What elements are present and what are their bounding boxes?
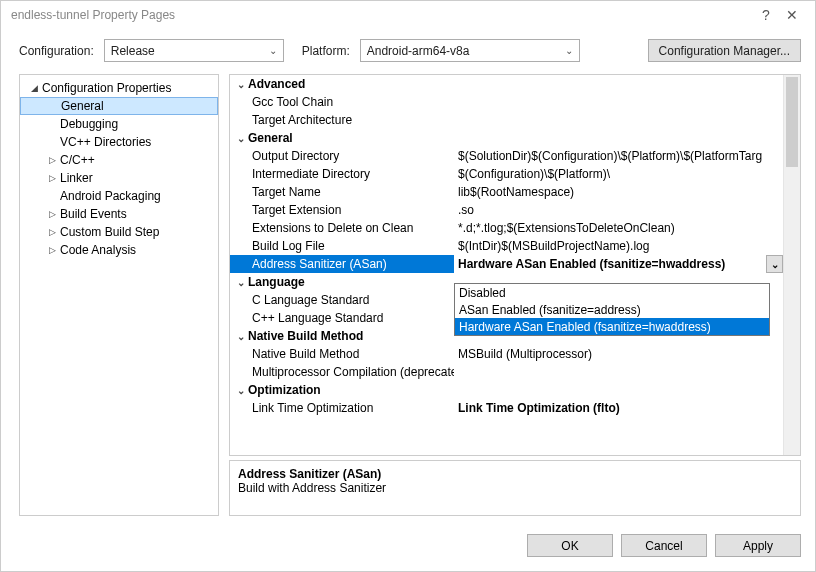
prop-label: Multiprocessor Compilation (deprecated) — [252, 365, 454, 379]
description-text: Build with Address Sanitizer — [238, 481, 792, 495]
asan-dropdown[interactable]: DisabledASan Enabled (fsanitize=address)… — [454, 283, 770, 336]
prop-label: Target Name — [252, 185, 321, 199]
expand-icon[interactable]: ▷ — [46, 155, 58, 165]
collapse-icon[interactable]: ⌄ — [234, 277, 248, 288]
dropdown-option[interactable]: Disabled — [455, 284, 769, 301]
expand-icon[interactable]: ▷ — [46, 227, 58, 237]
category-optimization[interactable]: ⌄Optimization — [230, 381, 800, 399]
collapse-icon[interactable]: ◢ — [28, 83, 40, 93]
prop-value: $(Configuration)\$(Platform)\ — [458, 167, 610, 181]
category-label: Advanced — [248, 77, 305, 91]
category-label: Native Build Method — [248, 329, 363, 343]
tree-item-label: Linker — [58, 171, 93, 185]
platform-value: Android-arm64-v8a — [367, 44, 470, 58]
description-title: Address Sanitizer (ASan) — [238, 467, 792, 481]
prop-value: *.d;*.tlog;$(ExtensionsToDeleteOnClean) — [458, 221, 675, 235]
cancel-button[interactable]: Cancel — [621, 534, 707, 557]
prop-row[interactable]: Target Extension.so — [230, 201, 800, 219]
prop-label: Build Log File — [252, 239, 325, 253]
prop-row[interactable]: Extensions to Delete on Clean*.d;*.tlog;… — [230, 219, 800, 237]
property-grid[interactable]: ⌄AdvancedGcc Tool ChainTarget Architectu… — [229, 74, 801, 456]
prop-value: lib$(RootNamespace) — [458, 185, 574, 199]
prop-value: $(IntDir)$(MSBuildProjectName).log — [458, 239, 649, 253]
prop-label: Address Sanitizer (ASan) — [252, 257, 387, 271]
expand-icon[interactable]: ▷ — [46, 173, 58, 183]
prop-row[interactable]: Link Time OptimizationLink Time Optimiza… — [230, 399, 800, 417]
config-row: Configuration: Release ⌄ Platform: Andro… — [1, 29, 815, 74]
prop-value: MSBuild (Multiprocessor) — [458, 347, 592, 361]
config-tree[interactable]: ◢Configuration PropertiesGeneralDebuggin… — [19, 74, 219, 516]
prop-row[interactable]: Multiprocessor Compilation (deprecated) — [230, 363, 800, 381]
category-general[interactable]: ⌄General — [230, 129, 800, 147]
chevron-down-icon: ⌄ — [269, 45, 277, 56]
prop-label: Extensions to Delete on Clean — [252, 221, 413, 235]
scrollbar-thumb[interactable] — [786, 77, 798, 167]
tree-item-debugging[interactable]: Debugging — [20, 115, 218, 133]
prop-row[interactable]: Intermediate Directory$(Configuration)\$… — [230, 165, 800, 183]
prop-label: C Language Standard — [252, 293, 369, 307]
tree-item-custom-build-step[interactable]: ▷Custom Build Step — [20, 223, 218, 241]
tree-item-c-c-[interactable]: ▷C/C++ — [20, 151, 218, 169]
prop-row[interactable]: Target Namelib$(RootNamespace) — [230, 183, 800, 201]
collapse-icon[interactable]: ⌄ — [234, 133, 248, 144]
prop-label: Target Architecture — [252, 113, 352, 127]
tree-root-label: Configuration Properties — [40, 81, 171, 95]
expand-icon[interactable]: ▷ — [46, 245, 58, 255]
tree-item-label: General — [59, 99, 104, 113]
configuration-select[interactable]: Release ⌄ — [104, 39, 284, 62]
tree-item-general[interactable]: General — [20, 97, 218, 115]
prop-row[interactable]: Gcc Tool Chain — [230, 93, 800, 111]
scrollbar-vertical[interactable] — [783, 75, 800, 455]
tree-item-build-events[interactable]: ▷Build Events — [20, 205, 218, 223]
tree-item-label: C/C++ — [58, 153, 95, 167]
prop-value: $(SolutionDir)$(Configuration)\$(Platfor… — [458, 149, 762, 163]
tree-item-label: Code Analysis — [58, 243, 136, 257]
dropdown-option[interactable]: Hardware ASan Enabled (fsanitize=hwaddre… — [455, 318, 769, 335]
prop-row[interactable]: Output Directory$(SolutionDir)$(Configur… — [230, 147, 800, 165]
titlebar: endless-tunnel Property Pages ? ✕ — [1, 1, 815, 29]
tree-item-android-packaging[interactable]: Android Packaging — [20, 187, 218, 205]
tree-item-code-analysis[interactable]: ▷Code Analysis — [20, 241, 218, 259]
platform-select[interactable]: Android-arm64-v8a ⌄ — [360, 39, 580, 62]
property-pages-dialog: endless-tunnel Property Pages ? ✕ Config… — [0, 0, 816, 572]
prop-label: Native Build Method — [252, 347, 359, 361]
prop-label: Intermediate Directory — [252, 167, 370, 181]
expand-icon[interactable]: ▷ — [46, 209, 58, 219]
tree-item-label: Build Events — [58, 207, 127, 221]
category-label: Optimization — [248, 383, 321, 397]
collapse-icon[interactable]: ⌄ — [234, 331, 248, 342]
dropdown-button[interactable]: ⌄ — [766, 255, 783, 273]
property-description: Address Sanitizer (ASan) Build with Addr… — [229, 460, 801, 516]
dialog-footer: OK Cancel Apply — [1, 524, 815, 571]
tree-item-linker[interactable]: ▷Linker — [20, 169, 218, 187]
tree-item-label: Android Packaging — [58, 189, 161, 203]
prop-row[interactable]: Address Sanitizer (ASan)Hardware ASan En… — [230, 255, 800, 273]
close-icon[interactable]: ✕ — [779, 7, 805, 23]
category-advanced[interactable]: ⌄Advanced — [230, 75, 800, 93]
prop-label: C++ Language Standard — [252, 311, 383, 325]
category-label: General — [248, 131, 293, 145]
prop-row[interactable]: Target Architecture — [230, 111, 800, 129]
tree-item-vc-directories[interactable]: VC++ Directories — [20, 133, 218, 151]
collapse-icon[interactable]: ⌄ — [234, 385, 248, 396]
dropdown-option[interactable]: ASan Enabled (fsanitize=address) — [455, 301, 769, 318]
tree-root[interactable]: ◢Configuration Properties — [20, 79, 218, 97]
prop-value: .so — [458, 203, 474, 217]
prop-label: Target Extension — [252, 203, 341, 217]
platform-label: Platform: — [302, 44, 350, 58]
prop-row[interactable]: Native Build MethodMSBuild (Multiprocess… — [230, 345, 800, 363]
prop-label: Output Directory — [252, 149, 339, 163]
category-label: Language — [248, 275, 305, 289]
collapse-icon[interactable]: ⌄ — [234, 79, 248, 90]
help-icon[interactable]: ? — [753, 7, 779, 23]
configuration-label: Configuration: — [19, 44, 94, 58]
prop-label: Link Time Optimization — [252, 401, 373, 415]
prop-row[interactable]: Build Log File$(IntDir)$(MSBuildProjectN… — [230, 237, 800, 255]
apply-button[interactable]: Apply — [715, 534, 801, 557]
tree-item-label: Debugging — [58, 117, 118, 131]
ok-button[interactable]: OK — [527, 534, 613, 557]
configuration-manager-button[interactable]: Configuration Manager... — [648, 39, 801, 62]
prop-label: Gcc Tool Chain — [252, 95, 333, 109]
tree-item-label: Custom Build Step — [58, 225, 159, 239]
window-title: endless-tunnel Property Pages — [11, 8, 175, 22]
